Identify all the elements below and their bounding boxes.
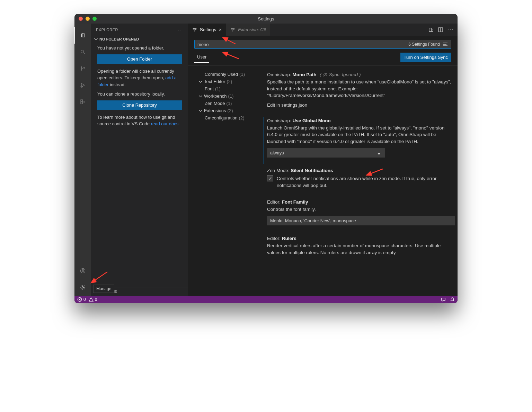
chevron-down-icon	[94, 37, 98, 41]
activity-bar	[74, 24, 91, 296]
filter-icon[interactable]	[443, 42, 448, 47]
sidebar-header: EXPLORER ···	[91, 24, 188, 36]
sidebar-section-no-folder[interactable]: NO FOLDER OPENED	[91, 36, 188, 43]
toc-commonly-used[interactable]: Commonly Used (1)	[198, 71, 258, 78]
svg-point-12	[193, 28, 194, 29]
toc-csharp-config[interactable]: C# configuration (2)	[198, 114, 258, 122]
open-folder-button[interactable]: Open Folder	[97, 54, 182, 64]
sidebar-more-icon[interactable]: ···	[178, 28, 183, 32]
activity-debug[interactable]	[74, 77, 91, 93]
svg-line-1	[83, 53, 85, 54]
minimize-window-button[interactable]	[86, 17, 90, 21]
settings-icon	[192, 27, 197, 32]
setting-description: Render vertical rulers after a certain n…	[267, 242, 455, 256]
chevron-down-icon	[198, 109, 203, 113]
status-warnings[interactable]: 0	[89, 297, 97, 302]
files-icon	[80, 33, 86, 38]
editor-actions: ···	[425, 24, 458, 36]
window-title: Settings	[74, 16, 458, 21]
activity-manage[interactable]	[74, 279, 91, 296]
sidebar-content: You have not yet opened a folder. Open F…	[91, 43, 188, 134]
close-tab-icon[interactable]: ×	[219, 27, 222, 33]
split-editor-icon[interactable]	[438, 27, 443, 33]
use-global-mono-select[interactable]: always	[267, 148, 385, 158]
feedback-icon[interactable]	[441, 297, 446, 302]
gear-icon	[80, 285, 86, 290]
tab-extension-csharp[interactable]: Extension: C#	[226, 24, 271, 36]
setting-zen-mode-silent-notifications: Zen Mode: Silent Notifications ✓ Control…	[264, 167, 455, 195]
read-docs-link[interactable]: read our docs	[151, 121, 179, 126]
svg-point-17	[232, 30, 233, 31]
maximize-window-button[interactable]	[92, 17, 97, 21]
tab-label: Extension: C#	[238, 27, 266, 32]
sync-ignored-badge: ( Sync: Ignored)	[320, 72, 361, 77]
tab-settings[interactable]: Settings ×	[188, 24, 226, 36]
activity-accounts[interactable]	[74, 262, 91, 279]
activity-explorer[interactable]	[74, 27, 91, 44]
editor-group: Settings × Extension: C# ··· 6 Set	[188, 24, 458, 296]
edit-in-settings-json-link[interactable]: Edit in settings.json	[267, 102, 307, 108]
setting-omnisharp-use-global-mono: Omnisharp: Use Global Mono Launch OmniSh…	[264, 117, 455, 164]
toc-zen-mode[interactable]: Zen Mode (1)	[198, 100, 258, 107]
svg-point-4	[83, 67, 85, 68]
clone-message: You can clone a repository locally.	[97, 91, 182, 98]
open-folder-warning: Opening a folder will close all currentl…	[97, 68, 182, 88]
sidebar: EXPLORER ··· NO FOLDER OPENED You have n…	[91, 24, 188, 296]
setting-editor-rulers: Editor: Rulers Render vertical rulers af…	[264, 234, 455, 262]
settings-search-box[interactable]: 6 Settings Found	[194, 40, 451, 49]
tab-label: Settings	[200, 27, 216, 32]
learn-docs-message: To learn more about how to use git and s…	[97, 114, 182, 127]
toc-font[interactable]: Font (1)	[198, 85, 258, 92]
activity-extensions[interactable]	[74, 93, 91, 110]
open-json-icon[interactable]	[428, 27, 434, 33]
settings-icon	[230, 27, 235, 32]
bell-icon[interactable]	[450, 297, 455, 302]
svg-point-14	[194, 30, 195, 31]
sidebar-title: EXPLORER	[96, 28, 118, 32]
svg-point-13	[195, 29, 196, 30]
traffic-lights	[79, 17, 97, 21]
settings-found-count: 6 Settings Found	[408, 42, 440, 47]
font-family-input[interactable]	[267, 216, 455, 225]
vscode-window: Settings	[74, 14, 458, 303]
setting-description: Launch OmniSharp with the globally-insta…	[267, 125, 455, 145]
clone-repository-button[interactable]: Clone Repository	[97, 100, 182, 110]
more-actions-icon[interactable]: ···	[447, 27, 454, 33]
setting-description: Controls whether notifications are shown…	[277, 175, 455, 189]
activity-source-control[interactable]	[74, 60, 91, 77]
status-errors[interactable]: 0	[77, 297, 86, 302]
eye-off-icon	[323, 72, 328, 77]
sidebar-section-label: NO FOLDER OPENED	[99, 37, 139, 41]
settings-toc: Commonly Used (1) Text Editor (2) Font (…	[188, 66, 261, 296]
setting-omnisharp-mono-path: Omnisharp: Mono Path ( Sync: Ignored) Sp…	[264, 71, 455, 114]
scope-user-tab[interactable]: User	[194, 52, 209, 63]
svg-point-15	[231, 28, 232, 29]
settings-results[interactable]: Omnisharp: Mono Path ( Sync: Ignored) Sp…	[261, 66, 458, 296]
zen-mode-checkbox[interactable]: ✓	[267, 175, 273, 181]
extensions-icon	[80, 99, 86, 105]
error-icon	[77, 297, 82, 302]
no-folder-message: You have not yet opened a folder.	[97, 45, 182, 52]
source-control-icon	[80, 66, 86, 71]
warning-icon	[89, 297, 94, 302]
svg-point-11	[82, 287, 84, 288]
svg-point-16	[233, 29, 234, 30]
activity-search[interactable]	[74, 44, 91, 60]
settings-search-row: 6 Settings Found	[188, 36, 458, 50]
account-icon	[80, 268, 86, 274]
chevron-down-icon	[198, 94, 203, 98]
toc-extensions[interactable]: Extensions (2)	[198, 107, 258, 114]
close-window-button[interactable]	[79, 17, 83, 21]
toc-workbench[interactable]: Workbench (1)	[198, 92, 258, 100]
settings-sync-button[interactable]: Turn on Settings Sync	[400, 53, 451, 62]
status-bar: 0 0	[74, 296, 458, 303]
setting-description: Specifies the path to a mono installatio…	[267, 79, 455, 99]
svg-point-3	[81, 70, 82, 71]
settings-search-input[interactable]	[197, 42, 408, 47]
manage-tooltip: Manage	[93, 285, 114, 293]
svg-rect-6	[81, 100, 82, 101]
debug-icon	[80, 82, 86, 88]
setting-editor-font-family: Editor: Font Family Controls the font fa…	[264, 198, 455, 232]
svg-point-10	[82, 269, 83, 271]
toc-text-editor[interactable]: Text Editor (2)	[198, 78, 258, 85]
